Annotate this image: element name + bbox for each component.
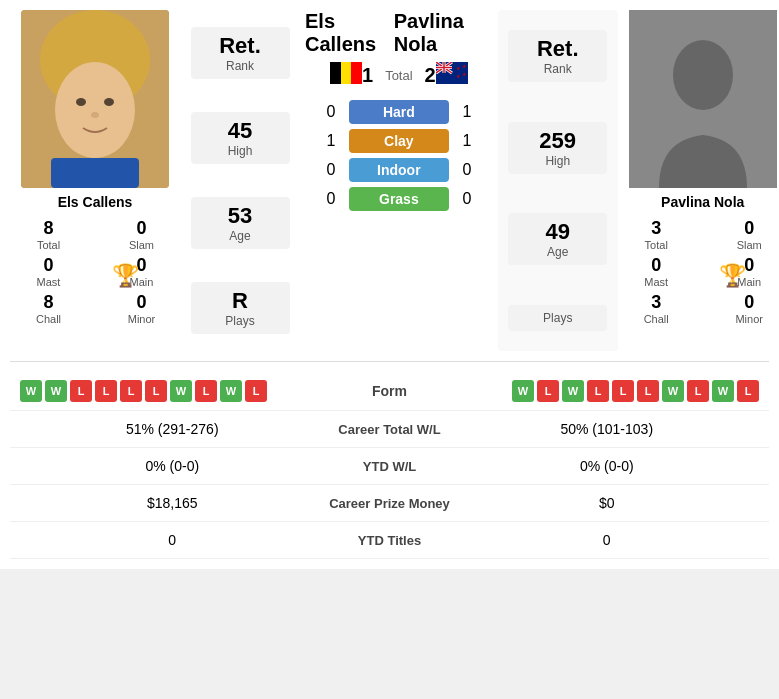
right-age-box: 49 Age — [508, 213, 607, 265]
stat-label: YTD W/L — [315, 459, 465, 474]
left-total-stat: 8 Total — [10, 218, 87, 251]
form-badge: W — [712, 380, 734, 402]
form-badge: W — [170, 380, 192, 402]
form-badge: L — [120, 380, 142, 402]
left-center-panel: Ret. Rank 45 High 53 Age R Plays — [180, 10, 300, 351]
form-badge: L — [145, 380, 167, 402]
player-right-panel: Pavlina Nola 3 Total 0 Slam 0 Mast 0 Mai… — [618, 10, 779, 351]
left-slam-stat: 0 Slam — [103, 218, 180, 251]
right-total-score: 2 — [425, 64, 436, 87]
stats-row: 0 YTD Titles 0 — [10, 522, 769, 559]
svg-point-4 — [104, 98, 114, 106]
score-left-indoor: 0 — [321, 161, 341, 179]
surface-row-indoor: 0 Indoor 0 — [321, 158, 477, 182]
score-right-hard: 1 — [457, 103, 477, 121]
left-rank-box: Ret. Rank — [191, 27, 290, 79]
stat-value-right: 0 — [465, 532, 750, 548]
form-label: Form — [330, 383, 450, 399]
stat-value-right: 50% (101-103) — [465, 421, 750, 437]
right-form-badges: WLWLLLWLWL — [512, 380, 759, 402]
left-chall-stat: 8 Chall — [10, 292, 87, 325]
surface-btn-clay[interactable]: Clay — [349, 129, 449, 153]
svg-rect-9 — [351, 62, 362, 84]
left-plays-box: R Plays — [191, 282, 290, 334]
right-slam-stat: 0 Slam — [711, 218, 779, 251]
left-age-box: 53 Age — [191, 197, 290, 249]
form-badge: L — [195, 380, 217, 402]
player-right-name: Pavlina Nola — [661, 194, 744, 210]
stat-label: Career Total W/L — [315, 422, 465, 437]
left-minor-stat: 0 Minor — [103, 292, 180, 325]
top-section: Els Callens 8 Total 0 Slam 0 Mast 0 Main — [10, 10, 769, 351]
surface-row-clay: 1 Clay 1 — [321, 129, 477, 153]
form-badge: L — [612, 380, 634, 402]
stat-value-left: 0% (0-0) — [30, 458, 315, 474]
right-plays-box: Plays — [508, 305, 607, 331]
stats-row: $18,165 Career Prize Money $0 — [10, 485, 769, 522]
stat-value-left: 0 — [30, 532, 315, 548]
surface-row-grass: 0 Grass 0 — [321, 187, 477, 211]
score-right-clay: 1 — [457, 132, 477, 150]
main-container: Els Callens 8 Total 0 Slam 0 Mast 0 Main — [0, 0, 779, 569]
svg-point-25 — [673, 40, 733, 110]
form-badge: W — [45, 380, 67, 402]
bottom-section: WWLLLLWLWL Form WLWLLLWLWL 51% (291-276)… — [10, 361, 769, 559]
surface-btn-indoor[interactable]: Indoor — [349, 158, 449, 182]
form-badge: L — [95, 380, 117, 402]
player-right-photo — [629, 10, 777, 188]
form-badge: L — [537, 380, 559, 402]
left-player-name-top: Els Callens — [305, 10, 394, 56]
surface-btn-grass[interactable]: Grass — [349, 187, 449, 211]
score-left-clay: 1 — [321, 132, 341, 150]
player-left-photo — [21, 10, 169, 188]
stats-row: 0% (0-0) YTD W/L 0% (0-0) — [10, 448, 769, 485]
right-center-panel: Ret. Rank 259 High 49 Age Plays — [498, 10, 618, 351]
left-total-score: 1 — [362, 64, 373, 87]
form-badge: L — [737, 380, 759, 402]
svg-point-5 — [91, 112, 99, 118]
score-left-grass: 0 — [321, 190, 341, 208]
right-minor-stat: 0 Minor — [711, 292, 779, 325]
left-mast-stat: 0 Mast — [10, 255, 87, 288]
stat-label: Career Prize Money — [315, 496, 465, 511]
score-right-indoor: 0 — [457, 161, 477, 179]
form-badge: L — [587, 380, 609, 402]
right-chall-stat: 3 Chall — [618, 292, 695, 325]
stat-value-right: $0 — [465, 495, 750, 511]
left-flag — [330, 62, 362, 88]
form-row: WWLLLLWLWL Form WLWLLLWLWL — [10, 372, 769, 411]
form-badge: W — [20, 380, 42, 402]
svg-point-2 — [55, 62, 135, 158]
svg-rect-6 — [51, 158, 139, 188]
svg-rect-8 — [330, 62, 341, 84]
form-badge: L — [687, 380, 709, 402]
left-form-badges: WWLLLLWLWL — [20, 380, 267, 402]
form-badge: L — [245, 380, 267, 402]
left-high-box: 45 High — [191, 112, 290, 164]
form-badge: W — [562, 380, 584, 402]
total-label: Total — [385, 68, 412, 83]
svg-point-3 — [76, 98, 86, 106]
form-badge: W — [662, 380, 684, 402]
surface-rows: 0 Hard 1 1 Clay 1 0 Indoor 0 0 Grass 0 — [321, 100, 477, 216]
stat-value-right: 0% (0-0) — [465, 458, 750, 474]
right-high-box: 259 High — [508, 122, 607, 174]
right-rank-box: Ret. Rank — [508, 30, 607, 82]
surface-row-hard: 0 Hard 1 — [321, 100, 477, 124]
stat-label: YTD Titles — [315, 533, 465, 548]
right-flag: ★ ★ ★ ★ — [436, 62, 468, 88]
surface-btn-hard[interactable]: Hard — [349, 100, 449, 124]
bottom-stats-container: 51% (291-276) Career Total W/L 50% (101-… — [10, 411, 769, 559]
player-left-name: Els Callens — [58, 194, 133, 210]
form-badge: L — [70, 380, 92, 402]
right-player-name-top: Pavlina Nola — [394, 10, 493, 56]
right-total-stat: 3 Total — [618, 218, 695, 251]
player-left-panel: Els Callens 8 Total 0 Slam 0 Mast 0 Main — [10, 10, 180, 351]
match-center: Els Callens Pavlina Nola 1 Total — [300, 10, 498, 351]
score-right-grass: 0 — [457, 190, 477, 208]
stat-value-left: 51% (291-276) — [30, 421, 315, 437]
form-badge: L — [637, 380, 659, 402]
stats-row: 51% (291-276) Career Total W/L 50% (101-… — [10, 411, 769, 448]
form-badge: W — [220, 380, 242, 402]
stat-value-left: $18,165 — [30, 495, 315, 511]
